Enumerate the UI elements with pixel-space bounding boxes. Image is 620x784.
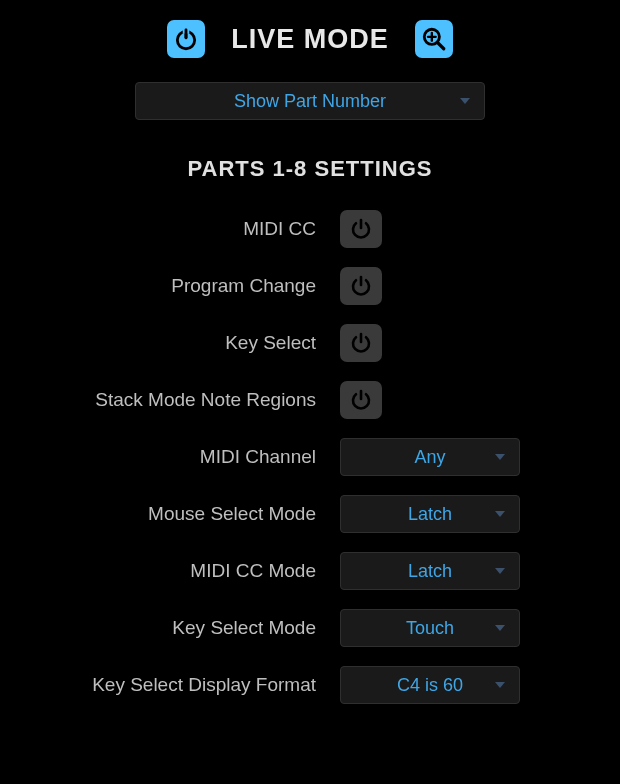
chevron-down-icon (495, 454, 505, 460)
power-icon (349, 274, 373, 298)
show-part-dropdown[interactable]: Show Part Number (135, 82, 485, 120)
setting-row: Mouse Select ModeLatch (20, 495, 600, 533)
chevron-down-icon (495, 568, 505, 574)
setting-label: MIDI Channel (20, 446, 340, 468)
setting-label: Key Select (20, 332, 340, 354)
chevron-down-icon (495, 682, 505, 688)
live-mode-power-button[interactable] (167, 20, 205, 58)
dropdown[interactable]: Latch (340, 552, 520, 590)
setting-row: Program Change (20, 267, 600, 305)
dropdown-value: Latch (408, 504, 452, 525)
chevron-down-icon (495, 511, 505, 517)
dropdown-value: Any (414, 447, 445, 468)
svg-line-5 (437, 42, 444, 49)
dropdown[interactable]: Latch (340, 495, 520, 533)
show-part-dropdown-label: Show Part Number (234, 91, 386, 112)
setting-row: Key Select (20, 324, 600, 362)
dropdown-value: Latch (408, 561, 452, 582)
chevron-down-icon (495, 625, 505, 631)
section-title: PARTS 1-8 SETTINGS (10, 156, 610, 182)
setting-row: MIDI CC ModeLatch (20, 552, 600, 590)
live-mode-title: LIVE MODE (231, 24, 389, 55)
dropdown[interactable]: Touch (340, 609, 520, 647)
toggle-button[interactable] (340, 210, 382, 248)
zoom-in-icon (421, 26, 447, 52)
power-icon (349, 217, 373, 241)
svg-rect-3 (185, 28, 188, 39)
setting-label: MIDI CC Mode (20, 560, 340, 582)
setting-row: MIDI ChannelAny (20, 438, 600, 476)
header-row: LIVE MODE (10, 20, 610, 58)
zoom-button[interactable] (415, 20, 453, 58)
setting-label: Mouse Select Mode (20, 503, 340, 525)
setting-row: Stack Mode Note Regions (20, 381, 600, 419)
setting-label: Key Select Display Format (20, 674, 340, 696)
toggle-button[interactable] (340, 267, 382, 305)
power-icon (349, 331, 373, 355)
dropdown[interactable]: C4 is 60 (340, 666, 520, 704)
setting-row: Key Select Display FormatC4 is 60 (20, 666, 600, 704)
setting-row: Key Select ModeTouch (20, 609, 600, 647)
setting-label: Stack Mode Note Regions (20, 389, 340, 411)
chevron-down-icon (460, 98, 470, 104)
dropdown-value: C4 is 60 (397, 675, 463, 696)
settings-list: MIDI CCProgram ChangeKey SelectStack Mod… (10, 210, 610, 704)
live-mode-panel: LIVE MODE Show Part Number PARTS 1-8 SET… (0, 0, 620, 784)
setting-label: Key Select Mode (20, 617, 340, 639)
power-icon (173, 26, 199, 52)
setting-row: MIDI CC (20, 210, 600, 248)
dropdown-value: Touch (406, 618, 454, 639)
dropdown[interactable]: Any (340, 438, 520, 476)
toggle-button[interactable] (340, 381, 382, 419)
power-icon (349, 388, 373, 412)
setting-label: Program Change (20, 275, 340, 297)
toggle-button[interactable] (340, 324, 382, 362)
setting-label: MIDI CC (20, 218, 340, 240)
